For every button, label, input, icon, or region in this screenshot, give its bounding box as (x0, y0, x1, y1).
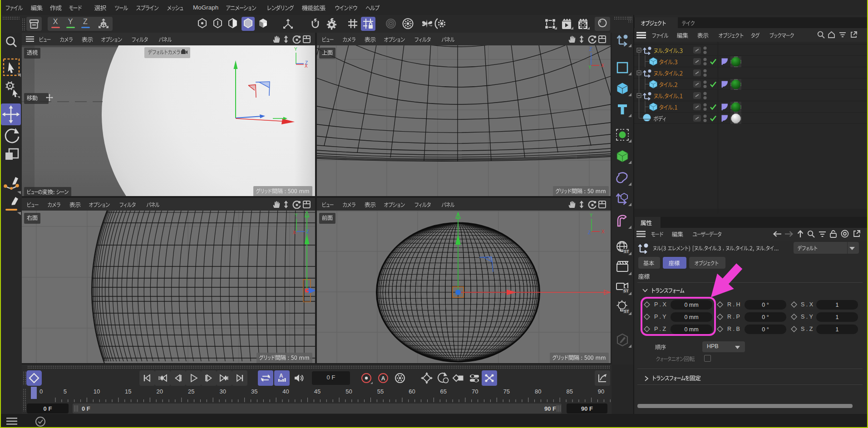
svg-text:Y: Y (590, 213, 593, 218)
svg-text:Z: Z (588, 230, 591, 235)
svg-text:Z: Z (589, 47, 592, 52)
svg-text:X: X (602, 229, 605, 234)
svg-text:X: X (601, 63, 604, 68)
svg-text:Y: Y (295, 213, 298, 218)
svg-text:X: X (305, 64, 308, 69)
svg-text:Z: Z (306, 229, 309, 234)
svg-text:X: X (293, 230, 296, 235)
svg-text:A: A (279, 373, 283, 379)
svg-text:Y: Y (588, 65, 592, 70)
svg-text:Y: Y (294, 47, 297, 52)
svg-text:A: A (381, 375, 385, 382)
